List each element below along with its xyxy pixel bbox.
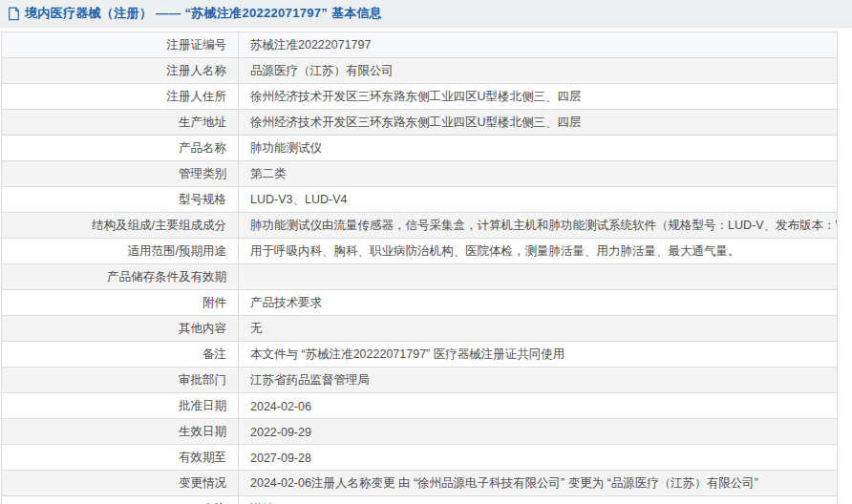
page-title: 境内医疗器械（注册） —— “苏械注准20222071797” 基本信息	[25, 5, 382, 22]
table-row: 生产地址徐州经济技术开发区三环东路东侧工业四区U型楼北侧三、四层	[2, 110, 838, 136]
row-label: 注册证编号	[2, 32, 239, 58]
row-label: 管理类别	[2, 161, 239, 187]
row-value: LUD-V3、LUD-V4	[239, 187, 838, 213]
row-value: 无	[239, 316, 838, 342]
row-label: 注册人住所	[2, 84, 239, 110]
table-row: 结构及组成/主要组成成分肺功能测试仪由流量传感器，信号采集盒，计算机主机和肺功能…	[2, 213, 838, 239]
table-row: 其他内容无	[2, 316, 838, 342]
table-row: 注详情	[2, 496, 838, 504]
table-row: 管理类别第二类	[2, 161, 838, 187]
row-value: 肺功能测试仪由流量传感器，信号采集盒，计算机主机和肺功能测试系统软件（规格型号：…	[239, 213, 838, 239]
row-label: 产品名称	[2, 136, 239, 161]
table-row: 适用范围/预期用途用于呼吸内科、胸科、职业病防治机构、医院体检，测量肺活量、用力…	[2, 239, 838, 264]
table-row: 有效期至2027-09-28	[2, 445, 838, 471]
row-value: 肺功能测试仪	[239, 136, 838, 161]
row-label: 适用范围/预期用途	[2, 239, 239, 264]
row-label: 审批部门	[2, 368, 239, 393]
row-value: 第二类	[239, 161, 838, 187]
row-label: 注册人名称	[2, 58, 239, 84]
row-value: 2027-09-28	[239, 445, 838, 471]
row-label: 型号规格	[2, 187, 239, 213]
page: 境内医疗器械（注册） —— “苏械注准20222071797” 基本信息 注册证…	[0, 0, 852, 504]
table-row: 生效日期2022-09-29	[2, 419, 838, 445]
row-label: 其他内容	[2, 316, 239, 342]
table-row: 备注本文件与 “苏械注准20222071797” 医疗器械注册证共同使用	[2, 342, 838, 368]
document-icon	[8, 7, 20, 21]
row-label: 附件	[2, 290, 239, 316]
row-value: 2022-09-29	[239, 419, 838, 445]
row-value: 详情	[239, 496, 838, 504]
table-row: 注册证编号苏械注准20222071797	[2, 32, 838, 58]
row-label: 批准日期	[2, 393, 239, 419]
row-value: 江苏省药品监督管理局	[239, 368, 838, 393]
row-value: 产品技术要求	[239, 290, 838, 316]
row-label: 注	[2, 496, 239, 504]
row-value: 徐州经济技术开发区三环东路东侧工业四区U型楼北侧三、四层	[239, 110, 838, 136]
header-bar: 境内医疗器械（注册） —— “苏械注准20222071797” 基本信息	[0, 0, 852, 28]
table-row: 批准日期2024-02-06	[2, 393, 838, 419]
row-label: 产品储存条件及有效期	[2, 264, 239, 290]
table-row: 附件产品技术要求	[2, 290, 838, 316]
row-label: 生产地址	[2, 110, 239, 136]
table-row: 审批部门江苏省药品监督管理局	[2, 368, 838, 393]
row-label: 生效日期	[2, 419, 239, 445]
table-row: 型号规格LUD-V3、LUD-V4	[2, 187, 838, 213]
table-row: 产品储存条件及有效期	[2, 264, 838, 290]
row-value: 徐州经济技术开发区三环东路东侧工业四区U型楼北侧三、四层	[239, 84, 838, 110]
row-value: 苏械注准20222071797	[239, 32, 838, 58]
table-row: 产品名称肺功能测试仪	[2, 136, 838, 161]
row-label: 备注	[2, 342, 239, 368]
info-table: 注册证编号苏械注准20222071797注册人名称品源医疗（江苏）有限公司注册人…	[1, 32, 838, 504]
row-value: 2024-02-06	[239, 393, 838, 419]
table-row: 注册人住所徐州经济技术开发区三环东路东侧工业四区U型楼北侧三、四层	[2, 84, 838, 110]
row-value: 品源医疗（江苏）有限公司	[239, 58, 838, 84]
row-label: 变更情况	[2, 471, 239, 496]
row-value: 本文件与 “苏械注准20222071797” 医疗器械注册证共同使用	[239, 342, 838, 368]
row-label: 有效期至	[2, 445, 239, 471]
row-value: 用于呼吸内科、胸科、职业病防治机构、医院体检，测量肺活量、用力肺活量、最大通气量…	[239, 239, 838, 264]
table-row: 变更情况2024-02-06注册人名称变更 由 “徐州品源电子科技有限公司” 变…	[2, 471, 838, 496]
row-label: 结构及组成/主要组成成分	[2, 213, 239, 239]
row-value	[239, 264, 838, 290]
table-row: 注册人名称品源医疗（江苏）有限公司	[2, 58, 838, 84]
row-value: 2024-02-06注册人名称变更 由 “徐州品源电子科技有限公司” 变更为 “…	[239, 471, 838, 496]
